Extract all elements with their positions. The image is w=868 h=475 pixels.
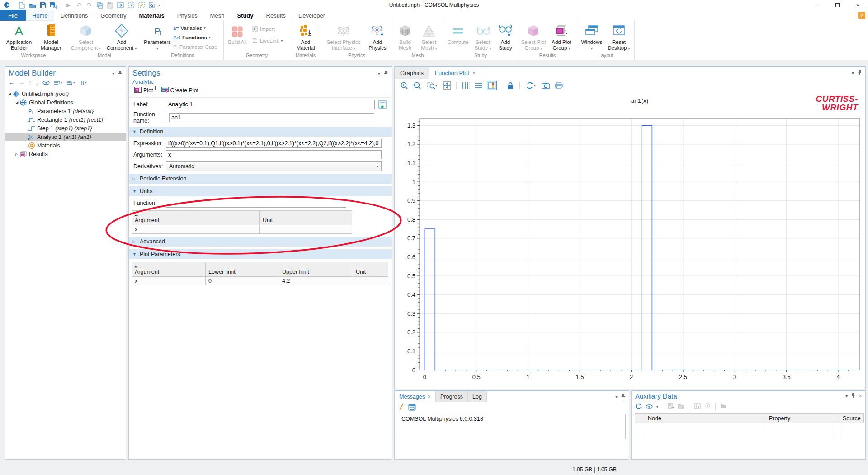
show-eye-icon[interactable] [42,81,50,85]
tab-definitions[interactable]: Definitions [54,10,94,21]
tab-function-plot[interactable]: Function Plot× [429,67,481,79]
tab-log[interactable]: Log [468,391,487,402]
print-icon[interactable] [554,81,564,90]
pin-icon[interactable] [851,393,855,399]
aux-col-node[interactable]: Node [645,414,766,423]
tab-results[interactable]: Results [260,10,292,21]
copy-icon[interactable] [96,1,104,9]
email-log-icon[interactable] [408,404,416,413]
aux-col-property[interactable]: Property [766,414,834,423]
minimize-button[interactable] [807,0,827,10]
pin-icon[interactable] [118,70,122,77]
add-component-button[interactable]: Add Component ▾ [103,22,140,52]
model-manager-button[interactable]: Model Manager [37,22,66,52]
select-plot-group-button[interactable]: Select Plot Group ▾ [519,22,547,52]
pin-icon[interactable] [858,70,862,76]
table-import-icon[interactable] [694,403,701,411]
run-icon[interactable]: ▶ [65,1,72,9]
y-grid-lines-icon[interactable] [474,81,484,90]
new-file-icon[interactable] [18,1,26,9]
tree-node-parameters[interactable]: Pi Parameters 1{default} [5,107,126,115]
clear-messages-icon[interactable] [398,404,405,413]
unit-function-input[interactable] [166,199,346,208]
tree-node-rectangle[interactable]: Rectangle 1(rect1) {rect1} [5,115,126,124]
import-button[interactable]: Import [251,25,287,33]
sync-icon[interactable] [704,403,711,411]
pp-col-unit[interactable]: Unit [353,262,388,277]
lock-icon[interactable] [505,81,515,90]
messages-output[interactable]: COMSOL Multiphysics 6.0.0.318 [398,414,626,439]
expander-icon[interactable]: ◢ [14,100,19,104]
import-file-icon[interactable] [668,403,674,411]
section-units[interactable]: ▼ Units [129,186,392,196]
help-icon[interactable]: ? [858,12,865,19]
tree-node-materials[interactable]: Materials [5,141,126,150]
zoom-extents-icon[interactable] [442,81,452,90]
select-component-button[interactable]: Select Component ▾ [69,22,103,52]
units-table-row[interactable]: x [132,225,352,234]
tab-geometry[interactable]: Geometry [94,10,132,21]
zoom-out-icon[interactable] [412,81,422,90]
label-action-icon[interactable] [378,100,387,109]
color-legend-toggle-icon[interactable] [487,81,497,90]
add-material-button[interactable]: Add Material [292,22,320,52]
functions-button[interactable]: f(x)Functions▾ [173,33,220,42]
build-mesh-button[interactable]: Build Mesh [394,22,416,52]
section-definition[interactable]: ▼ Definition [129,127,392,137]
preview-caret-icon[interactable]: ▾ [158,3,160,7]
compute-button[interactable]: Compute [445,22,471,52]
move-down-icon[interactable]: ↓ [36,79,39,86]
tab-graphics[interactable]: Graphics [395,67,429,79]
zoom-box-icon[interactable]: ▾ [425,81,439,90]
redo-icon[interactable]: ↷ [85,1,93,9]
tab-study[interactable]: Study [231,10,259,21]
tab-progress[interactable]: Progress [436,391,468,402]
pin-icon[interactable] [384,70,388,77]
zoom-in-icon[interactable] [399,81,409,90]
chevron-down-icon[interactable]: ▾ [656,405,658,409]
panel-menu-caret-icon[interactable]: ▾ [378,71,380,76]
livelink-button[interactable]: LiveLink▾ [251,37,287,45]
units-col-argument[interactable]: ▸▸Argument [132,211,260,225]
add-study-button[interactable]: Add Study [495,22,516,52]
collapse-all-icon[interactable]: ▾ [54,80,62,86]
refresh-icon[interactable] [635,403,642,411]
units-col-unit[interactable]: Unit [260,211,352,225]
tab-physics[interactable]: Physics [171,10,204,21]
section-periodic-extension[interactable]: ▷ Periodic Extension [129,174,392,184]
image-snapshot-icon[interactable] [541,81,551,90]
maximize-button[interactable] [827,0,848,10]
expander-icon[interactable]: ▷ [14,152,19,156]
select-mesh-button[interactable]: Select Mesh ▾ [416,22,442,52]
select-study-button[interactable]: Select Study ▾ [471,22,495,52]
arguments-input[interactable] [166,150,382,159]
add-plot-group-button[interactable]: Add Plot Group ▾ [547,22,576,52]
function-name-input[interactable] [169,113,374,122]
undo-icon[interactable]: ↶ [75,1,83,9]
tree-node-results[interactable]: ▷ Results [5,150,126,158]
derivatives-select[interactable]: Automatic ▾ [166,162,382,171]
expander-icon[interactable]: ◢ [7,92,12,96]
tab-messages[interactable]: Messages× [395,391,436,402]
tab-file[interactable]: File [0,10,26,21]
clean-up-icon[interactable] [137,1,145,9]
variables-button[interactable]: a=Variables▾ [173,24,220,32]
show-eye-icon[interactable] [646,403,653,411]
windows-button[interactable]: Windows▾ [579,22,605,52]
panel-menu-caret-icon[interactable]: ▾ [615,394,618,399]
paste-icon[interactable] [106,1,114,9]
go-to-source-icon[interactable] [117,1,124,9]
create-plot-button[interactable]: Create Plot [160,86,201,95]
plot-button[interactable]: Plot [132,86,155,95]
tab-home[interactable]: Home [26,10,54,21]
back-icon[interactable]: ← [9,79,14,86]
tab-developer[interactable]: Developer [292,10,331,21]
aux-col-source[interactable]: Source [840,414,864,423]
model-tree-options-icon[interactable]: ▾ [79,80,87,86]
pp-col-upper-limit[interactable]: Upper limit [279,262,353,277]
plot-parameters-row[interactable]: x 0 4.2 [132,277,388,285]
move-up-icon[interactable]: ↑ [28,79,32,86]
pin-icon[interactable] [621,393,625,400]
parameter-case-button[interactable]: PiParameter Case [173,43,220,51]
forward-icon[interactable]: → [19,79,24,86]
